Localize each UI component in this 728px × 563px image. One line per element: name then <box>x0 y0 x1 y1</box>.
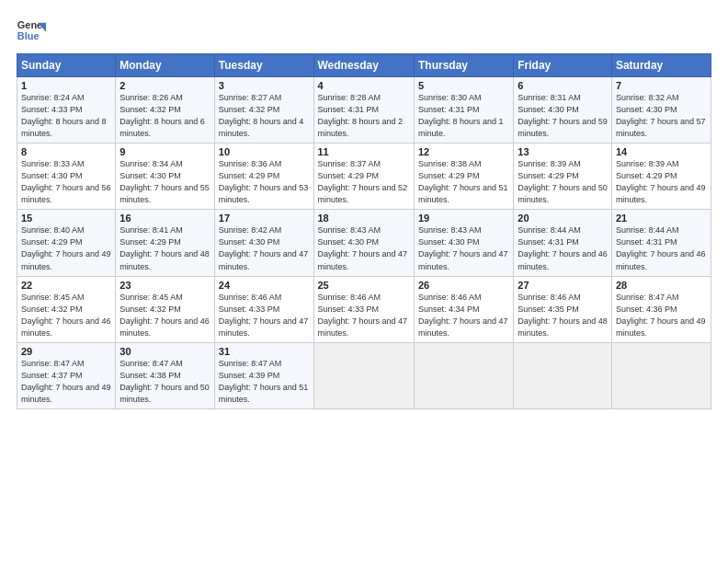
cell-info: Sunrise: 8:27 AMSunset: 4:32 PMDaylight:… <box>219 93 304 138</box>
cell-info: Sunrise: 8:32 AMSunset: 4:30 PMDaylight:… <box>616 93 706 138</box>
cell-info: Sunrise: 8:36 AMSunset: 4:29 PMDaylight:… <box>219 159 309 204</box>
cell-info: Sunrise: 8:41 AMSunset: 4:29 PMDaylight:… <box>119 225 210 270</box>
calendar-cell: 27Sunrise: 8:46 AMSunset: 4:35 PMDayligh… <box>514 276 612 342</box>
cell-info: Sunrise: 8:44 AMSunset: 4:31 PMDaylight:… <box>518 225 608 270</box>
calendar-cell: 7Sunrise: 8:32 AMSunset: 4:30 PMDaylight… <box>611 77 711 144</box>
calendar-cell: 3Sunrise: 8:27 AMSunset: 4:32 PMDaylight… <box>214 77 313 144</box>
day-number: 28 <box>616 280 707 291</box>
day-number: 31 <box>219 346 310 357</box>
col-header-tuesday: Tuesday <box>214 54 313 77</box>
col-header-thursday: Thursday <box>414 54 513 77</box>
calendar-cell: 15Sunrise: 8:40 AMSunset: 4:29 PMDayligh… <box>17 210 116 276</box>
day-number: 20 <box>518 213 608 224</box>
calendar-cell: 1Sunrise: 8:24 AMSunset: 4:33 PMDaylight… <box>17 77 116 144</box>
cell-info: Sunrise: 8:43 AMSunset: 4:30 PMDaylight:… <box>318 225 408 270</box>
day-number: 24 <box>219 280 310 291</box>
cell-info: Sunrise: 8:46 AMSunset: 4:33 PMDaylight:… <box>219 293 309 338</box>
logo-icon: General Blue <box>17 17 46 46</box>
cell-info: Sunrise: 8:31 AMSunset: 4:30 PMDaylight:… <box>518 93 608 138</box>
day-number: 21 <box>616 213 707 224</box>
day-number: 13 <box>518 146 608 157</box>
cell-info: Sunrise: 8:28 AMSunset: 4:31 PMDaylight:… <box>318 93 404 138</box>
calendar-week-row: 1Sunrise: 8:24 AMSunset: 4:33 PMDaylight… <box>17 77 711 144</box>
calendar-cell: 26Sunrise: 8:46 AMSunset: 4:34 PMDayligh… <box>414 276 513 342</box>
col-header-friday: Friday <box>514 54 612 77</box>
col-header-wednesday: Wednesday <box>313 54 414 77</box>
calendar-cell: 8Sunrise: 8:33 AMSunset: 4:30 PMDaylight… <box>17 144 116 210</box>
col-header-sunday: Sunday <box>17 54 116 77</box>
calendar-cell: 19Sunrise: 8:43 AMSunset: 4:30 PMDayligh… <box>414 210 513 276</box>
day-number: 7 <box>616 80 707 91</box>
calendar-week-row: 22Sunrise: 8:45 AMSunset: 4:32 PMDayligh… <box>17 276 711 342</box>
cell-info: Sunrise: 8:30 AMSunset: 4:31 PMDaylight:… <box>418 93 504 138</box>
header-row: General Blue <box>17 17 711 46</box>
cell-info: Sunrise: 8:46 AMSunset: 4:33 PMDaylight:… <box>318 293 408 338</box>
cell-info: Sunrise: 8:47 AMSunset: 4:37 PMDaylight:… <box>21 359 111 404</box>
day-number: 23 <box>119 280 210 291</box>
calendar-cell: 31Sunrise: 8:47 AMSunset: 4:39 PMDayligh… <box>214 342 313 408</box>
calendar-cell <box>611 342 711 408</box>
calendar-cell: 21Sunrise: 8:44 AMSunset: 4:31 PMDayligh… <box>611 210 711 276</box>
calendar-cell: 20Sunrise: 8:44 AMSunset: 4:31 PMDayligh… <box>514 210 612 276</box>
calendar-cell: 12Sunrise: 8:38 AMSunset: 4:29 PMDayligh… <box>414 144 513 210</box>
day-number: 22 <box>21 280 111 291</box>
calendar-cell: 13Sunrise: 8:39 AMSunset: 4:29 PMDayligh… <box>514 144 612 210</box>
day-number: 26 <box>418 280 509 291</box>
day-number: 30 <box>119 346 210 357</box>
calendar-week-row: 29Sunrise: 8:47 AMSunset: 4:37 PMDayligh… <box>17 342 711 408</box>
day-number: 9 <box>119 146 210 157</box>
cell-info: Sunrise: 8:47 AMSunset: 4:38 PMDaylight:… <box>119 359 210 404</box>
day-number: 11 <box>318 146 410 157</box>
page: General Blue SundayMondayTuesdayWednesda… <box>0 0 728 563</box>
calendar-cell <box>514 342 612 408</box>
cell-info: Sunrise: 8:40 AMSunset: 4:29 PMDaylight:… <box>21 225 111 270</box>
cell-info: Sunrise: 8:43 AMSunset: 4:30 PMDaylight:… <box>418 225 508 270</box>
day-number: 12 <box>418 146 509 157</box>
day-number: 10 <box>219 146 310 157</box>
cell-info: Sunrise: 8:33 AMSunset: 4:30 PMDaylight:… <box>21 159 111 204</box>
cell-info: Sunrise: 8:46 AMSunset: 4:34 PMDaylight:… <box>418 293 508 338</box>
day-number: 14 <box>616 146 707 157</box>
calendar-cell: 2Sunrise: 8:26 AMSunset: 4:32 PMDaylight… <box>116 77 214 144</box>
cell-info: Sunrise: 8:47 AMSunset: 4:36 PMDaylight:… <box>616 293 706 338</box>
cell-info: Sunrise: 8:39 AMSunset: 4:29 PMDaylight:… <box>616 159 706 204</box>
day-number: 15 <box>21 213 111 224</box>
calendar-cell <box>313 342 414 408</box>
cell-info: Sunrise: 8:47 AMSunset: 4:39 PMDaylight:… <box>219 359 309 404</box>
calendar-cell: 29Sunrise: 8:47 AMSunset: 4:37 PMDayligh… <box>17 342 116 408</box>
col-header-monday: Monday <box>116 54 214 77</box>
logo: General Blue <box>17 17 46 46</box>
calendar-week-row: 8Sunrise: 8:33 AMSunset: 4:30 PMDaylight… <box>17 144 711 210</box>
calendar-cell: 4Sunrise: 8:28 AMSunset: 4:31 PMDaylight… <box>313 77 414 144</box>
calendar-header-row: SundayMondayTuesdayWednesdayThursdayFrid… <box>17 54 711 77</box>
day-number: 8 <box>21 146 111 157</box>
calendar-cell: 11Sunrise: 8:37 AMSunset: 4:29 PMDayligh… <box>313 144 414 210</box>
cell-info: Sunrise: 8:42 AMSunset: 4:30 PMDaylight:… <box>219 225 309 270</box>
day-number: 29 <box>21 346 111 357</box>
day-number: 19 <box>418 213 509 224</box>
cell-info: Sunrise: 8:45 AMSunset: 4:32 PMDaylight:… <box>119 293 210 338</box>
day-number: 27 <box>518 280 608 291</box>
day-number: 1 <box>21 80 111 91</box>
calendar-cell <box>414 342 513 408</box>
col-header-saturday: Saturday <box>611 54 711 77</box>
calendar-cell: 18Sunrise: 8:43 AMSunset: 4:30 PMDayligh… <box>313 210 414 276</box>
cell-info: Sunrise: 8:46 AMSunset: 4:35 PMDaylight:… <box>518 293 608 338</box>
calendar-cell: 23Sunrise: 8:45 AMSunset: 4:32 PMDayligh… <box>116 276 214 342</box>
cell-info: Sunrise: 8:45 AMSunset: 4:32 PMDaylight:… <box>21 293 111 338</box>
calendar-cell: 22Sunrise: 8:45 AMSunset: 4:32 PMDayligh… <box>17 276 116 342</box>
cell-info: Sunrise: 8:37 AMSunset: 4:29 PMDaylight:… <box>318 159 408 204</box>
calendar-cell: 30Sunrise: 8:47 AMSunset: 4:38 PMDayligh… <box>116 342 214 408</box>
calendar-cell: 10Sunrise: 8:36 AMSunset: 4:29 PMDayligh… <box>214 144 313 210</box>
svg-text:Blue: Blue <box>17 30 40 41</box>
calendar-cell: 25Sunrise: 8:46 AMSunset: 4:33 PMDayligh… <box>313 276 414 342</box>
calendar-table: SundayMondayTuesdayWednesdayThursdayFrid… <box>17 53 711 409</box>
day-number: 16 <box>119 213 210 224</box>
cell-info: Sunrise: 8:39 AMSunset: 4:29 PMDaylight:… <box>518 159 608 204</box>
calendar-week-row: 15Sunrise: 8:40 AMSunset: 4:29 PMDayligh… <box>17 210 711 276</box>
calendar-cell: 9Sunrise: 8:34 AMSunset: 4:30 PMDaylight… <box>116 144 214 210</box>
calendar-cell: 14Sunrise: 8:39 AMSunset: 4:29 PMDayligh… <box>611 144 711 210</box>
cell-info: Sunrise: 8:44 AMSunset: 4:31 PMDaylight:… <box>616 225 706 270</box>
cell-info: Sunrise: 8:34 AMSunset: 4:30 PMDaylight:… <box>119 159 210 204</box>
day-number: 17 <box>219 213 310 224</box>
